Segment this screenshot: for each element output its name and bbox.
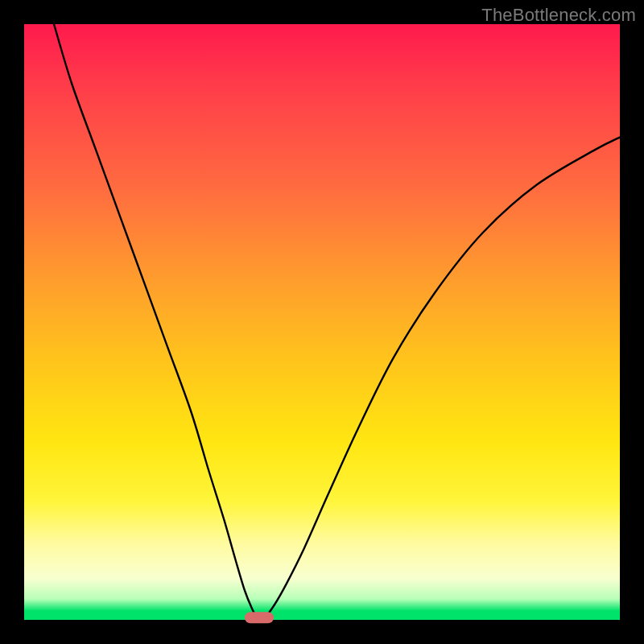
bottleneck-curve — [24, 24, 620, 620]
watermark-text: TheBottleneck.com — [481, 5, 636, 26]
optimal-marker — [245, 612, 274, 623]
chart-frame: TheBottleneck.com — [0, 0, 644, 644]
plot-area — [24, 24, 620, 620]
